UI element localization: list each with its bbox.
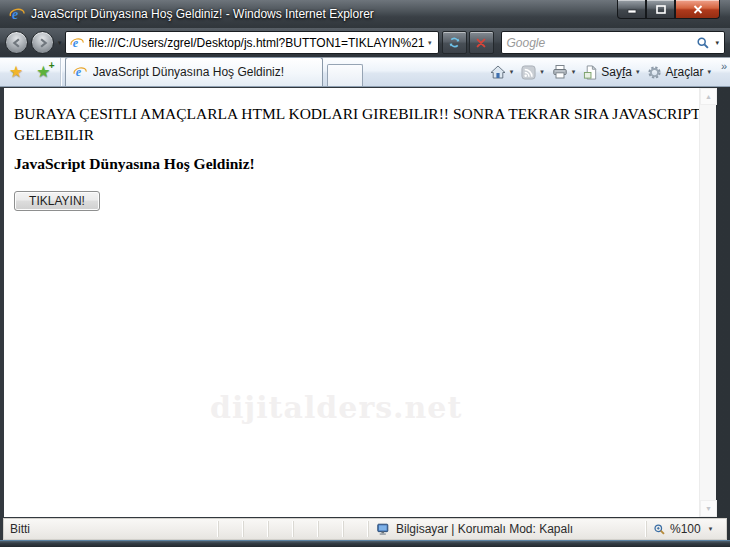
page-viewport: BURAYA ÇESITLI AMAÇLARLA HTML KODLARI GI… <box>4 88 716 517</box>
status-segment <box>318 521 343 537</box>
page-heading: JavaScript Dünyasına Hoş Geldiniz! <box>14 155 255 173</box>
stop-x-icon <box>475 37 487 49</box>
browser-window: e JavaScript Dünyasına Hoş Geldiniz! - W… <box>0 0 730 547</box>
printer-icon <box>552 64 568 80</box>
favorites-area: ★ ★ + <box>0 58 61 86</box>
tools-menu-label: Araçlar <box>665 65 703 79</box>
window-title: JavaScript Dünyasına Hoş Geldiniz! - Win… <box>31 7 374 21</box>
security-zone-text: Bilgisayar | Korumalı Mod: Kapalı <box>396 522 573 536</box>
back-arrow-icon <box>11 37 23 49</box>
forward-button[interactable] <box>31 31 54 54</box>
forward-arrow-icon <box>37 37 49 49</box>
page-favicon-ie-icon: e <box>70 36 84 50</box>
tab-command-bar: ★ ★ + e JavaScript Dünyasına Hoş Geldini… <box>0 57 730 87</box>
recent-pages-dropdown[interactable]: ▾ <box>58 39 62 47</box>
computer-icon <box>376 522 390 536</box>
toolbar-overflow-chevron[interactable]: » <box>721 60 727 72</box>
home-dropdown[interactable]: ▾ <box>510 68 514 76</box>
new-tab-button[interactable] <box>327 64 363 86</box>
scroll-down-arrow-icon[interactable]: ▼ <box>700 500 717 517</box>
status-bar: Bitti Bilgisayar | Korumalı Mod: Kapalı … <box>3 518 727 540</box>
address-dropdown[interactable]: ▾ <box>426 39 434 47</box>
status-segment <box>268 521 293 537</box>
security-zone: Bilgisayar | Korumalı Mod: Kapalı <box>368 521 646 537</box>
maximize-button[interactable] <box>646 0 675 19</box>
zoom-magnifier-icon <box>653 523 666 536</box>
tab-active[interactable]: e JavaScript Dünyasına Hoş Geldiniz! <box>65 57 323 86</box>
print-button[interactable]: ▾ <box>549 61 579 83</box>
address-bar[interactable]: e file:///C:/Users/zgrel/Desktop/js.html… <box>65 31 439 54</box>
page-menu-label: Sayfa <box>601 65 632 79</box>
search-input[interactable]: Google <box>507 36 697 50</box>
status-segment <box>293 521 318 537</box>
vertical-scrollbar[interactable]: ▲ ▼ <box>699 88 716 517</box>
page-icon <box>583 65 598 80</box>
zoom-control[interactable]: %100 ▾ <box>646 521 726 537</box>
tools-menu-button[interactable]: Araçlar ▾ <box>644 62 714 83</box>
add-favorite-button[interactable]: ★ + <box>36 64 50 80</box>
tools-menu-dropdown[interactable]: ▾ <box>707 68 711 76</box>
print-dropdown[interactable]: ▾ <box>572 68 576 76</box>
feeds-dropdown[interactable]: ▾ <box>540 68 544 76</box>
rss-feed-icon <box>521 65 536 80</box>
navigation-bar: ▾ e file:///C:/Users/zgrel/Desktop/js.ht… <box>0 28 730 57</box>
title-bar: e JavaScript Dünyasına Hoş Geldiniz! - W… <box>0 0 730 28</box>
watermark-text: dijitalders.net <box>210 390 462 425</box>
gear-icon <box>647 65 662 80</box>
search-box[interactable]: Google ▾ <box>501 31 725 54</box>
zoom-dropdown[interactable]: ▾ <box>709 525 713 533</box>
window-bottom-frame <box>0 540 730 547</box>
page-menu-button[interactable]: Sayfa ▾ <box>580 62 642 83</box>
page-menu-dropdown[interactable]: ▾ <box>636 68 640 76</box>
plus-icon: + <box>49 60 55 71</box>
refresh-icon <box>448 36 461 49</box>
search-icon[interactable] <box>696 36 710 50</box>
status-segment <box>243 521 268 537</box>
back-button[interactable] <box>5 31 28 54</box>
home-icon <box>490 64 506 80</box>
ie-logo-icon: e <box>9 6 25 22</box>
window-controls <box>617 0 720 19</box>
zoom-level-text: %100 <box>670 522 701 536</box>
close-button[interactable] <box>675 0 720 19</box>
favorites-center-button[interactable]: ★ <box>9 64 23 80</box>
refresh-button[interactable] <box>442 31 467 54</box>
tab-favicon-ie-icon: e <box>73 65 87 79</box>
address-input[interactable]: file:///C:/Users/zgrel/Desktop/js.html?B… <box>89 36 426 50</box>
stop-button[interactable] <box>469 31 494 54</box>
status-segment <box>343 521 368 537</box>
minimize-button[interactable] <box>617 0 646 19</box>
search-options-dropdown[interactable]: ▾ <box>715 39 719 47</box>
home-button[interactable]: ▾ <box>487 61 517 83</box>
status-segment <box>218 521 243 537</box>
command-buttons: ▾ ▾ ▾ <box>487 58 730 86</box>
feeds-button[interactable]: ▾ <box>518 62 547 83</box>
tiklayin-button[interactable]: TIKLAYIN! <box>14 191 100 211</box>
page-paragraph: BURAYA ÇESITLI AMAÇLARLA HTML KODLARI GI… <box>14 103 714 145</box>
scroll-up-arrow-icon[interactable]: ▲ <box>700 88 717 105</box>
status-text: Bitti <box>4 522 218 536</box>
tab-title: JavaScript Dünyasına Hoş Geldiniz! <box>93 65 284 79</box>
